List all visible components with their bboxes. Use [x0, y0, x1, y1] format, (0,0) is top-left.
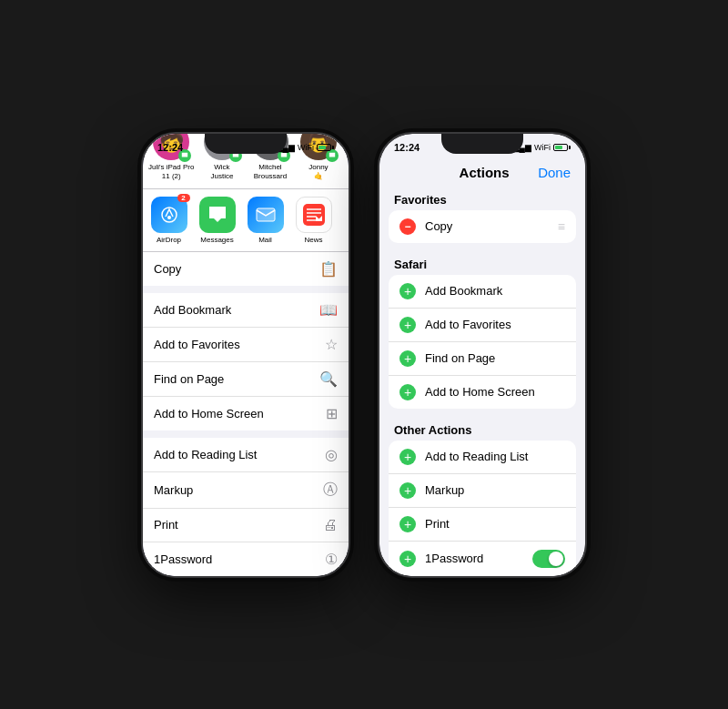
other-row-print[interactable]: + Print	[389, 508, 576, 542]
row-label: Find on Page	[425, 351, 565, 365]
app-item-messages[interactable]: Messages	[197, 197, 238, 244]
row-label: Copy	[425, 219, 549, 233]
wifi-icon: WiFi	[534, 143, 551, 152]
copy-icon: 📋	[319, 260, 338, 278]
reading-icon: ◎	[325, 446, 338, 463]
battery-icon	[553, 144, 571, 151]
drag-handle[interactable]: ≡	[558, 219, 565, 234]
row-label: Add to Favorites	[425, 318, 565, 331]
favorites-section: Favorites − Copy ≡	[379, 186, 585, 243]
other-row-markup[interactable]: + Markup	[389, 474, 576, 508]
person-label: WickJustice	[210, 163, 233, 180]
app-item-news[interactable]: News	[293, 197, 334, 244]
safari-section: Safari + Add Bookmark + Add to Favorites…	[379, 250, 585, 409]
person-label: MitchelBroussard	[254, 163, 287, 180]
other-title: Other Actions	[379, 416, 585, 441]
action-item-copy[interactable]: Copy 📋	[143, 252, 349, 286]
markup-icon: Ⓐ	[323, 481, 338, 500]
search-icon: 🔍	[319, 370, 338, 388]
app-label: Mail	[258, 236, 272, 244]
left-phone: 12:24 ▂▄▆ WiFi 🍎 Apple Mac iPhone Rumors…	[141, 132, 350, 578]
action-label: 1Password	[154, 552, 212, 566]
row-label: Add to Reading List	[425, 450, 565, 463]
action-item-1password[interactable]: 1Password ①	[143, 542, 349, 576]
app-badge: 2	[177, 194, 190, 202]
person-label: Juli's iPad Pro11 (2)	[148, 163, 194, 180]
action-label: Add to Favorites	[154, 338, 240, 351]
row-label: Print	[425, 517, 565, 531]
homescreen-icon: ⊞	[326, 405, 338, 422]
action-item-print[interactable]: Print 🖨	[143, 509, 349, 542]
remove-button[interactable]: −	[399, 218, 416, 235]
add-button[interactable]: +	[399, 350, 416, 367]
messages-icon	[199, 197, 236, 233]
print-icon: 🖨	[323, 517, 338, 533]
action-item-bookmark[interactable]: Add Bookmark 📖	[143, 293, 349, 328]
add-button[interactable]: +	[399, 384, 416, 400]
favorites-row-copy[interactable]: − Copy ≡	[389, 210, 576, 243]
right-phone-screen: 12:24 ▂▄▆ WiFi Actions Done Favorites	[379, 134, 585, 576]
safari-row-favorites[interactable]: + Add to Favorites	[389, 309, 576, 342]
action-item-favorites[interactable]: Add to Favorites ☆	[143, 328, 349, 362]
app-label: Messages	[200, 236, 233, 244]
action-label: Find on Page	[154, 372, 224, 386]
toggle-1password[interactable]	[532, 550, 565, 568]
action-item-find[interactable]: Find on Page 🔍	[143, 362, 349, 397]
person-label: Jonny🤙	[308, 163, 328, 180]
app-item-airdrop[interactable]: 2 AirDrop	[148, 197, 189, 244]
add-button[interactable]: +	[399, 516, 416, 532]
battery-icon	[317, 144, 334, 151]
app-item-mail[interactable]: Mail	[245, 197, 286, 244]
row-label: Add to Home Screen	[425, 385, 565, 399]
action-item-markup[interactable]: Markup Ⓐ	[143, 472, 349, 509]
separator	[143, 286, 349, 293]
left-phone-screen: 12:24 ▂▄▆ WiFi 🍎 Apple Mac iPhone Rumors…	[143, 134, 349, 576]
notch	[205, 134, 287, 154]
favorites-title: Favorites	[379, 186, 585, 210]
actions-header: Actions Done	[379, 157, 585, 186]
actions-title: Actions	[430, 165, 538, 180]
favorites-card: − Copy ≡	[389, 210, 576, 243]
safari-title: Safari	[379, 250, 585, 275]
action-item-reading[interactable]: Add to Reading List ◎	[143, 438, 349, 472]
svg-point-1	[167, 216, 171, 219]
safari-row-find[interactable]: + Find on Page	[389, 342, 576, 376]
action-label: Markup	[154, 483, 193, 497]
add-button[interactable]: +	[399, 551, 416, 567]
other-card: + Add to Reading List + Markup + Print +…	[389, 441, 576, 576]
app-label: AirDrop	[157, 236, 181, 244]
add-button[interactable]: +	[399, 449, 416, 465]
add-button[interactable]: +	[399, 482, 416, 499]
safari-row-bookmark[interactable]: + Add Bookmark	[389, 275, 576, 309]
add-button[interactable]: +	[399, 283, 416, 299]
action-item-homescreen[interactable]: Add to Home Screen ⊞	[143, 397, 349, 430]
action-label: Add to Home Screen	[154, 407, 264, 420]
done-button[interactable]: Done	[538, 165, 571, 180]
news-icon	[296, 197, 332, 233]
wifi-icon: WiFi	[298, 143, 314, 152]
bookmark-icon: 📖	[319, 301, 338, 319]
row-label: Add Bookmark	[425, 284, 565, 298]
svg-rect-3	[303, 204, 325, 226]
status-time-left: 12:24	[157, 142, 183, 153]
add-button[interactable]: +	[399, 317, 416, 333]
separator	[143, 430, 349, 438]
airdrop-icon: 2	[151, 197, 187, 233]
action-label-copy: Copy	[154, 262, 181, 276]
action-label: Add to Reading List	[154, 448, 257, 461]
other-row-1password[interactable]: + 1Password	[389, 542, 576, 576]
action-list-1: Copy 📋	[143, 252, 349, 286]
1password-icon: ①	[325, 551, 338, 568]
mail-icon	[248, 197, 284, 233]
share-sheet-panel: 🍎 Apple Mac iPhone Rumors and News macru…	[143, 134, 349, 576]
notch	[441, 134, 523, 154]
other-row-reading[interactable]: + Add to Reading List	[389, 441, 576, 474]
apps-row: 2 AirDrop Message	[143, 189, 349, 252]
safari-card: + Add Bookmark + Add to Favorites + Find…	[389, 275, 576, 409]
safari-row-homescreen[interactable]: + Add to Home Screen	[389, 376, 576, 409]
action-list-3: Add to Reading List ◎ Markup Ⓐ Print 🖨 1…	[143, 438, 349, 576]
action-label: Print	[154, 518, 178, 532]
svg-rect-2	[257, 208, 275, 221]
action-label: Add Bookmark	[154, 303, 231, 317]
status-time-right: 12:24	[394, 142, 420, 153]
